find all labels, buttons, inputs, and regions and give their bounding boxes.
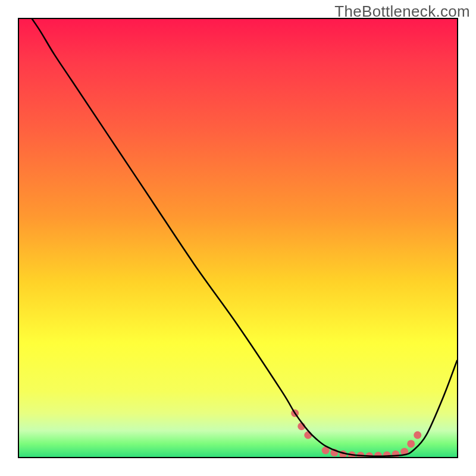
plot-area (18, 18, 458, 458)
bottleneck-curve (32, 19, 457, 456)
highlight-dot (407, 440, 415, 447)
highlight-dot (414, 431, 421, 439)
highlight-dot (304, 431, 312, 439)
chart-frame: TheBottleneck.com (0, 0, 476, 476)
chart-svg (19, 19, 457, 457)
